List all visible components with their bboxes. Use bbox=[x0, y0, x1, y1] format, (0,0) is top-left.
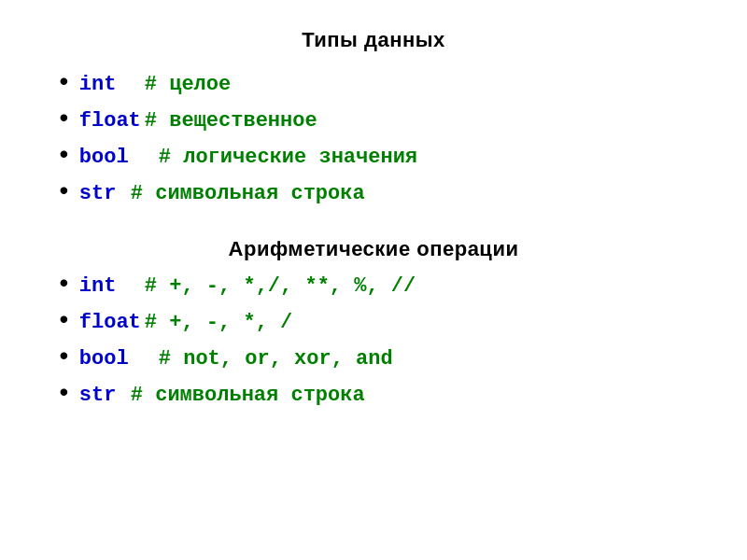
comment-str: # символьная строка bbox=[131, 178, 365, 209]
keyword-float2: float bbox=[79, 307, 145, 338]
bullet-icon: • bbox=[56, 106, 72, 133]
comment-bool2: # not, or, xor, and bbox=[159, 343, 393, 374]
bullet-icon: • bbox=[56, 143, 72, 169]
list-item: • float # вещественное bbox=[56, 105, 691, 136]
comment-int: # целое bbox=[145, 69, 231, 100]
section1-title: Типы данных bbox=[302, 28, 445, 52]
comment-float: # вещественное bbox=[145, 105, 317, 136]
list-item: • int # +, -, *,/, **, %, // bbox=[56, 271, 691, 301]
operations-list: • int # +, -, *,/, **, %, // • float # +… bbox=[56, 271, 691, 416]
comment-float2: # +, -, *, / bbox=[145, 307, 292, 338]
list-item: • str # символьная строка bbox=[56, 178, 691, 209]
keyword-str2: str bbox=[79, 380, 131, 411]
types-list: • int # целое • float # вещественное • b… bbox=[56, 69, 691, 215]
keyword-str: str bbox=[79, 178, 131, 209]
comment-bool: # логические значения bbox=[159, 142, 417, 173]
keyword-int2: int bbox=[79, 271, 145, 301]
keyword-bool2: bool bbox=[79, 343, 159, 374]
list-item: • bool # not, or, xor, and bbox=[56, 343, 691, 374]
keyword-float: float bbox=[79, 105, 145, 136]
list-item: • bool # логические значения bbox=[56, 142, 691, 173]
list-item: • float # +, -, *, / bbox=[56, 307, 691, 338]
section2-title: Арифметические операции bbox=[229, 237, 519, 261]
comment-str2: # символьная строка bbox=[131, 380, 365, 411]
bullet-icon: • bbox=[56, 381, 72, 407]
bullet-icon: • bbox=[56, 272, 72, 298]
list-item: • int # целое bbox=[56, 69, 691, 100]
keyword-int: int bbox=[79, 69, 145, 100]
keyword-bool: bool bbox=[79, 142, 159, 173]
bullet-icon: • bbox=[56, 344, 72, 371]
bullet-icon: • bbox=[56, 179, 72, 205]
bullet-icon: • bbox=[56, 308, 72, 334]
list-item: • str # символьная строка bbox=[56, 380, 691, 411]
comment-int2: # +, -, *,/, **, %, // bbox=[145, 271, 416, 301]
bullet-icon: • bbox=[56, 70, 72, 96]
